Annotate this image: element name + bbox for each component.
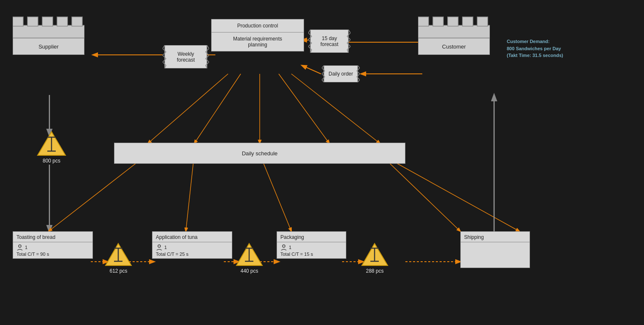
inventory-2: 440 pcs: [236, 243, 263, 274]
inventory-1: 612 pcs: [105, 243, 132, 274]
station-toasting: Toasting of bread 1 Total C/T = 90 s: [13, 231, 93, 259]
station-tuna: Application of tuna 1 Total C/T = 25 s: [152, 231, 232, 259]
inventory-1-label: 612 pcs: [109, 268, 127, 274]
station-tuna-operator: 1: [156, 244, 228, 251]
svg-line-5: [302, 65, 321, 74]
svg-line-15: [260, 154, 291, 231]
inventory-3: 288 pcs: [361, 243, 389, 274]
inventory-2-label: 440 pcs: [240, 268, 258, 274]
svg-point-44: [19, 245, 21, 247]
production-control-bottom: Material requirements planning: [212, 32, 304, 51]
daily-order-container: Daily order: [322, 65, 360, 84]
customer-factory: Customer: [418, 13, 490, 55]
customer-label: Customer: [418, 38, 490, 55]
inventory-2-triangle: [236, 243, 263, 267]
svg-rect-25: [13, 25, 84, 38]
svg-rect-26: [13, 17, 23, 26]
svg-line-16: [380, 154, 460, 231]
station-packaging-operator: 1: [280, 244, 342, 251]
station-packaging-title: Packaging: [277, 232, 346, 242]
svg-rect-33: [433, 17, 443, 26]
customer-factory-icon: [418, 13, 490, 38]
supplier-factory: Supplier: [13, 13, 84, 55]
svg-line-13: [49, 154, 148, 231]
forecast-15-container: 15 day forecast: [308, 30, 351, 54]
svg-point-54: [283, 245, 285, 247]
station-toasting-operator: 1: [16, 244, 89, 251]
svg-line-12: [291, 74, 380, 144]
svg-rect-27: [27, 17, 38, 26]
operator-icon: [16, 244, 23, 251]
production-control-box: Production control Material requirements…: [211, 19, 304, 51]
svg-line-11: [279, 74, 329, 144]
operator-icon-2: [156, 244, 163, 251]
station-tuna-body: 1 Total C/T = 25 s: [152, 242, 232, 258]
svg-rect-36: [477, 17, 488, 26]
inventory-3-label: 288 pcs: [366, 268, 383, 274]
supplier-inventory: 800 pcs: [37, 131, 66, 164]
station-toasting-title: Toasting of bread: [13, 232, 92, 242]
svg-rect-34: [448, 17, 458, 26]
supplier-factory-icon: [13, 13, 84, 38]
station-packaging-ct: Total C/T = 15 s: [280, 252, 342, 257]
supplier-inventory-triangle: [37, 131, 66, 157]
svg-line-14: [186, 154, 194, 231]
inventory-1-triangle: [105, 243, 132, 267]
station-toasting-body: 1 Total C/T = 90 s: [13, 242, 92, 258]
svg-point-49: [158, 245, 160, 247]
station-tuna-title: Application of tuna: [152, 232, 232, 242]
station-toasting-ct: Total C/T = 90 s: [16, 252, 89, 257]
forecast-15-label: 15 day forecast: [321, 35, 339, 47]
production-control-top: Production control: [212, 19, 304, 32]
diagram: Supplier Customer Production control Mat…: [0, 0, 644, 325]
weekly-forecast-container: Weekly forecast: [163, 45, 209, 70]
weekly-forecast-label: Weekly forecast: [177, 51, 195, 63]
supplier-inventory-label: 800 pcs: [43, 158, 60, 164]
station-tuna-ct: Total C/T = 25 s: [156, 252, 228, 257]
svg-rect-32: [418, 17, 429, 26]
svg-rect-35: [462, 17, 473, 26]
supplier-label: Supplier: [13, 38, 84, 55]
station-shipping-body: [461, 242, 530, 268]
station-shipping: Shipping: [460, 231, 530, 268]
svg-rect-28: [42, 17, 53, 26]
customer-demand-text: Customer Demand: 800 Sandwiches per Day …: [507, 38, 563, 59]
svg-line-8: [148, 74, 228, 144]
svg-line-9: [194, 74, 241, 144]
inventory-3-triangle: [361, 243, 389, 267]
station-packaging: Packaging 1 Total C/T = 15 s: [277, 231, 346, 259]
operator-icon-3: [280, 244, 287, 251]
svg-rect-30: [72, 17, 82, 26]
svg-rect-31: [418, 25, 490, 38]
daily-schedule-box: Daily schedule: [114, 143, 405, 164]
svg-line-17: [380, 154, 519, 231]
svg-rect-29: [57, 17, 68, 26]
station-shipping-title: Shipping: [461, 232, 530, 242]
daily-order-label: Daily order: [329, 71, 353, 77]
station-packaging-body: 1 Total C/T = 15 s: [277, 242, 346, 258]
